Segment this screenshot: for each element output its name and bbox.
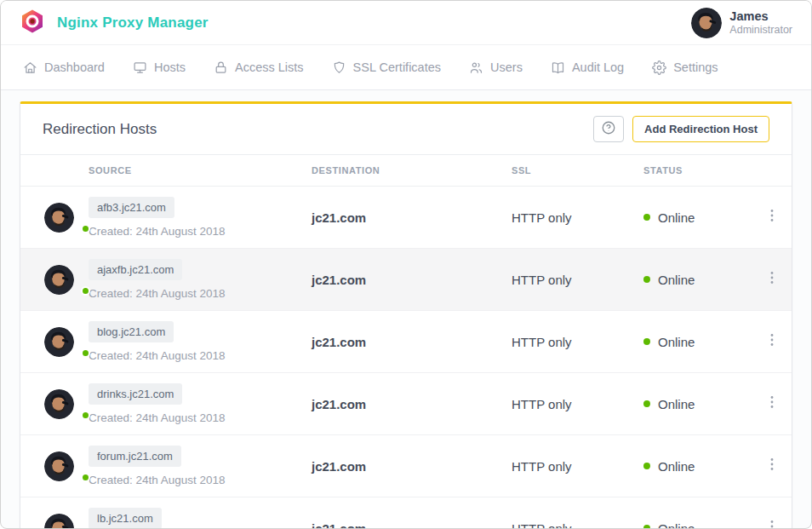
ssl-mode: HTTP only — [512, 459, 643, 474]
user-menu[interactable]: James Administrator — [691, 8, 792, 37]
row-actions-menu-button[interactable] — [761, 268, 783, 290]
kebab-icon — [766, 520, 778, 529]
user-role: Administrator — [729, 24, 792, 37]
online-presence-dot — [81, 224, 90, 233]
page-content: Redirection Hosts Add Redirection Host S… — [1, 90, 811, 529]
nav-item-users[interactable]: Users — [469, 60, 523, 75]
table-header-row: SOURCE DESTINATION SSL STATUS — [20, 155, 792, 187]
row-actions-menu-button[interactable] — [761, 517, 783, 529]
nav-label: Dashboard — [44, 60, 105, 74]
nav-label: Hosts — [154, 60, 186, 74]
status-label: Online — [658, 397, 695, 411]
status-label: Online — [658, 521, 695, 529]
nav-item-settings[interactable]: Settings — [652, 60, 718, 75]
ssl-mode: HTTP only — [512, 397, 643, 411]
owner-avatar — [44, 327, 89, 357]
destination-domain: jc21.com — [312, 397, 512, 411]
source-domain-badge: lb.jc21.com — [89, 508, 162, 529]
gear-icon — [652, 60, 666, 75]
nav-label: Access Lists — [235, 60, 304, 74]
status-label: Online — [658, 459, 695, 474]
online-presence-dot — [81, 286, 90, 296]
lock-icon — [214, 60, 228, 75]
source-domain-badge: forum.jc21.com — [89, 446, 181, 467]
status-dot — [643, 276, 650, 283]
status-dot — [643, 525, 650, 529]
app-title: Nginx Proxy Manager — [57, 14, 209, 32]
row-actions-menu-button[interactable] — [761, 206, 783, 228]
created-date: Created: 24th August 2018 — [89, 349, 312, 362]
table-row: forum.jc21.com Created: 24th August 2018… — [20, 435, 792, 497]
nav-item-audit-log[interactable]: Audit Log — [551, 60, 624, 75]
column-header-status: STATUS — [643, 165, 751, 175]
status-label: Online — [658, 335, 695, 349]
nav-label: Settings — [673, 60, 718, 74]
ssl-mode: HTTP only — [512, 335, 643, 349]
user-name: James — [729, 9, 792, 24]
users-icon — [469, 60, 483, 75]
help-button[interactable] — [593, 116, 624, 142]
row-actions-menu-button[interactable] — [761, 331, 783, 353]
nav-label: SSL Certificates — [353, 60, 441, 74]
source-domain-badge: afb3.jc21.com — [89, 197, 174, 218]
created-date: Created: 24th August 2018 — [89, 225, 312, 238]
home-icon — [23, 60, 37, 75]
user-avatar — [691, 8, 721, 37]
owner-avatar — [44, 265, 89, 295]
top-bar: Nginx Proxy Manager James Administrator — [1, 1, 811, 45]
nav-item-dashboard[interactable]: Dashboard — [23, 60, 105, 75]
created-date: Created: 24th August 2018 — [89, 474, 312, 486]
destination-domain: jc21.com — [312, 273, 512, 287]
nav-item-ssl-certificates[interactable]: SSL Certificates — [332, 60, 441, 75]
add-redirection-host-button[interactable]: Add Redirection Host — [632, 116, 769, 142]
ssl-mode: HTTP only — [512, 273, 643, 287]
owner-avatar — [44, 389, 89, 419]
monitor-icon — [133, 60, 147, 75]
ssl-mode: HTTP only — [512, 521, 643, 529]
owner-avatar — [44, 514, 89, 529]
source-domain-badge: drinks.jc21.com — [89, 383, 182, 405]
status-dot — [643, 338, 650, 345]
source-domain-badge: blog.jc21.com — [89, 321, 174, 342]
created-date: Created: 24th August 2018 — [89, 287, 312, 300]
redirection-hosts-card: Redirection Hosts Add Redirection Host S… — [20, 101, 792, 529]
destination-domain: jc21.com — [312, 521, 512, 529]
status-label: Online — [658, 273, 695, 287]
status-dot — [643, 463, 650, 469]
app-window: Nginx Proxy Manager James Administrator — [0, 0, 812, 529]
destination-domain: jc21.com — [312, 459, 512, 474]
app-logo-icon — [20, 9, 45, 37]
brand-link[interactable]: Nginx Proxy Manager — [20, 9, 209, 37]
kebab-icon — [766, 457, 778, 474]
ssl-mode: HTTP only — [512, 210, 643, 225]
status-dot — [643, 400, 650, 407]
help-circle-icon — [601, 120, 616, 138]
table-row: ajaxfb.jc21.com Created: 24th August 201… — [20, 249, 792, 311]
book-icon — [551, 60, 565, 75]
table-row: afb3.jc21.com Created: 24th August 2018 … — [20, 187, 792, 249]
online-presence-dot — [81, 411, 90, 420]
destination-domain: jc21.com — [312, 210, 512, 225]
kebab-icon — [766, 271, 778, 288]
kebab-icon — [766, 333, 778, 350]
destination-domain: jc21.com — [312, 335, 512, 349]
owner-avatar — [44, 203, 89, 233]
table-row: blog.jc21.com Created: 24th August 2018 … — [20, 311, 792, 373]
main-nav: Dashboard Hosts Access Lists SSL Certifi… — [1, 45, 811, 90]
nav-item-hosts[interactable]: Hosts — [133, 60, 186, 75]
nav-label: Users — [490, 60, 523, 74]
nav-item-access-lists[interactable]: Access Lists — [214, 60, 304, 75]
status-label: Online — [658, 210, 695, 225]
kebab-icon — [766, 209, 778, 226]
created-date: Created: 24th August 2018 — [89, 411, 312, 424]
kebab-icon — [766, 395, 778, 412]
status-dot — [643, 214, 650, 221]
shield-icon — [332, 60, 346, 75]
table-row: lb.jc21.com Created: 24th August 2018 jc… — [20, 497, 792, 529]
row-actions-menu-button[interactable] — [761, 455, 783, 477]
column-header-destination: DESTINATION — [312, 165, 512, 175]
card-header: Redirection Hosts Add Redirection Host — [20, 104, 792, 155]
row-actions-menu-button[interactable] — [761, 393, 783, 415]
source-domain-badge: ajaxfb.jc21.com — [89, 259, 182, 280]
nav-label: Audit Log — [572, 60, 624, 74]
